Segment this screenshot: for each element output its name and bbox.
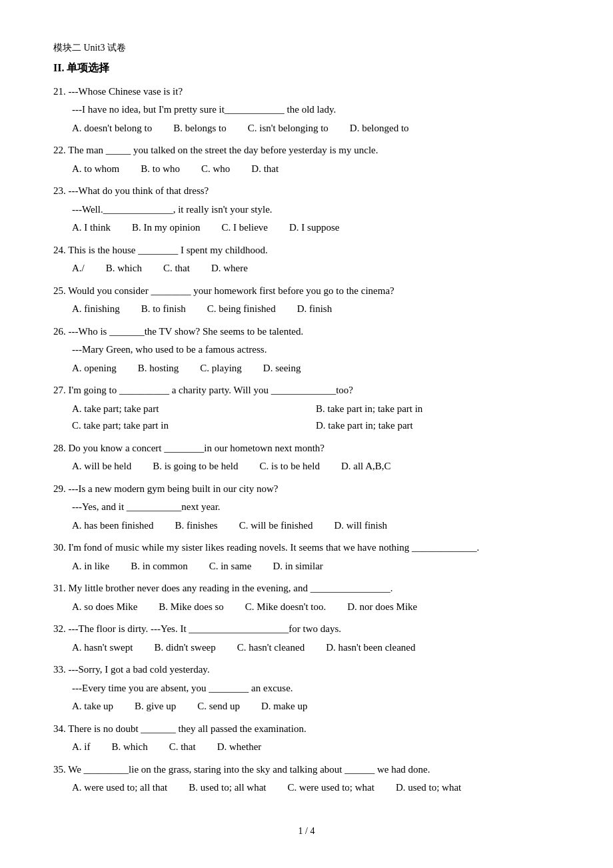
options-row-3: A. I thinkB. In my opinionC. I believeD.… bbox=[53, 219, 560, 237]
option-item: A. take part; take part bbox=[72, 401, 316, 418]
options-row-6: A. openingB. hostingC. playingD. seeing bbox=[53, 360, 560, 377]
question-main-5: 25. Would you consider ________ your hom… bbox=[53, 283, 560, 300]
option-item: D. all A,B,C bbox=[341, 458, 391, 475]
question-main-11: 31. My little brother never does any rea… bbox=[53, 580, 560, 597]
option-item: A. if bbox=[72, 739, 91, 756]
question-main-12: 32. ---The floor is dirty. ---Yes. It __… bbox=[53, 621, 560, 638]
question-block-8: 28. Do you know a concert ________in our… bbox=[53, 440, 560, 475]
question-block-5: 25. Would you consider ________ your hom… bbox=[53, 283, 560, 318]
question-sub-3: ---Well.______________, it really isn't … bbox=[53, 201, 560, 219]
option-item: D. seeing bbox=[263, 360, 301, 377]
option-item: A. take up bbox=[72, 698, 113, 715]
question-block-7: 27. I'm going to __________ a charity pa… bbox=[53, 382, 560, 435]
option-item: B. used to; all what bbox=[189, 779, 266, 797]
option-item: D. used to; what bbox=[396, 779, 461, 797]
question-block-14: 34. There is no doubt _______ they all p… bbox=[53, 721, 560, 756]
question-block-9: 29. ---Is a new modern gym being built i… bbox=[53, 481, 560, 535]
options-row-9: A. has been finishedB. finishesC. will b… bbox=[53, 517, 560, 535]
option-item: B. which bbox=[106, 260, 142, 277]
question-block-3: 23. ---What do you think of that dress?-… bbox=[53, 183, 560, 237]
options-row-8: A. will be heldB. is going to be heldC. … bbox=[53, 458, 560, 475]
question-main-10: 30. I'm fond of music while my sister li… bbox=[53, 539, 560, 557]
option-item: D. in similar bbox=[273, 558, 322, 575]
option-item: D. whether bbox=[217, 739, 262, 756]
option-item: A. finishing bbox=[72, 301, 120, 318]
option-item: D. finish bbox=[297, 301, 332, 318]
question-main-9: 29. ---Is a new modern gym being built i… bbox=[53, 481, 560, 498]
options-row-14: A. ifB. whichC. thatD. whether bbox=[53, 739, 560, 756]
option-item: A. in like bbox=[72, 558, 109, 575]
option-item: B. give up bbox=[135, 698, 176, 715]
option-item: A. so does Mike bbox=[72, 599, 137, 616]
question-main-8: 28. Do you know a concert ________in our… bbox=[53, 440, 560, 457]
option-item: D. that bbox=[251, 161, 279, 178]
options-row-5: A. finishingB. to finishC. being finishe… bbox=[53, 301, 560, 318]
section-title: II. 单项选择 bbox=[53, 59, 560, 77]
options-row-1: A. doesn't belong toB. belongs toC. isn'… bbox=[53, 120, 560, 137]
option-item: D. where bbox=[211, 260, 248, 277]
option-item: D. nor does Mike bbox=[347, 599, 417, 616]
option-item: D. will finish bbox=[334, 517, 387, 535]
option-item: B. belongs to bbox=[173, 120, 227, 137]
option-item: A./ bbox=[72, 260, 85, 277]
question-block-10: 30. I'm fond of music while my sister li… bbox=[53, 539, 560, 575]
question-sub-13: ---Every time you are absent, you ______… bbox=[53, 680, 560, 697]
question-main-7: 27. I'm going to __________ a charity pa… bbox=[53, 382, 560, 399]
option-item: B. In my opinion bbox=[132, 219, 201, 237]
question-main-6: 26. ---Who is _______the TV show? She se… bbox=[53, 323, 560, 341]
option-item: C. being finished bbox=[207, 301, 276, 318]
question-block-1: 21. ---Whose Chinese vase is it?---I hav… bbox=[53, 83, 560, 137]
option-item: D. hasn't been cleaned bbox=[326, 639, 415, 657]
question-main-13: 33. ---Sorry, I got a bad cold yesterday… bbox=[53, 661, 560, 679]
option-item: D. I suppose bbox=[289, 219, 339, 237]
option-item: A. were used to; all that bbox=[72, 779, 167, 797]
page-title: 模块二 Unit3 试卷 bbox=[53, 40, 560, 56]
question-sub-1: ---I have no idea, but I'm pretty sure i… bbox=[53, 101, 560, 119]
options-row-7: A. take part; take partB. take part in; … bbox=[53, 401, 560, 435]
option-item: D. take part in; take part bbox=[316, 417, 560, 435]
option-item: B. to finish bbox=[141, 301, 186, 318]
options-row-13: A. take upB. give upC. send upD. make up bbox=[53, 698, 560, 715]
option-item: C. in same bbox=[209, 558, 252, 575]
option-item: D. belonged to bbox=[350, 120, 409, 137]
question-sub-6: ---Mary Green, who used to be a famous a… bbox=[53, 341, 560, 359]
options-row-11: A. so does MikeB. Mike does soC. Mike do… bbox=[53, 599, 560, 616]
option-item: C. that bbox=[163, 260, 190, 277]
option-item: C. take part; take part in bbox=[72, 417, 316, 435]
question-main-1: 21. ---Whose Chinese vase is it? bbox=[53, 83, 560, 101]
option-item: C. will be finished bbox=[239, 517, 313, 535]
option-item: D. make up bbox=[261, 698, 308, 715]
option-item: C. that bbox=[169, 739, 196, 756]
options-row-12: A. hasn't sweptB. didn't sweepC. hasn't … bbox=[53, 639, 560, 657]
option-item: A. hasn't swept bbox=[72, 639, 133, 657]
option-item: B. in common bbox=[131, 558, 187, 575]
option-item: A. to whom bbox=[72, 161, 119, 178]
option-item: A. has been finished bbox=[72, 517, 153, 535]
options-row-15: A. were used to; all thatB. used to; all… bbox=[53, 779, 560, 797]
question-sub-9: ---Yes, and it ___________next year. bbox=[53, 499, 560, 516]
question-block-6: 26. ---Who is _______the TV show? She se… bbox=[53, 323, 560, 377]
question-block-2: 22. The man _____ you talked on the stre… bbox=[53, 142, 560, 177]
option-item: C. were used to; what bbox=[288, 779, 374, 797]
question-block-15: 35. We _________lie on the grass, starin… bbox=[53, 761, 560, 797]
option-item: B. to who bbox=[141, 161, 180, 178]
option-item: C. playing bbox=[200, 360, 242, 377]
option-item: B. hosting bbox=[138, 360, 179, 377]
question-block-11: 31. My little brother never does any rea… bbox=[53, 580, 560, 615]
option-item: C. Mike doesn't too. bbox=[245, 599, 326, 616]
page-number: 1 / 4 bbox=[299, 826, 315, 836]
option-item: B. is going to be held bbox=[153, 458, 238, 475]
option-item: C. is to be held bbox=[259, 458, 319, 475]
question-main-14: 34. There is no doubt _______ they all p… bbox=[53, 721, 560, 738]
option-item: C. send up bbox=[197, 698, 240, 715]
option-item: A. will be held bbox=[72, 458, 131, 475]
option-item: C. hasn't cleaned bbox=[237, 639, 305, 657]
question-main-2: 22. The man _____ you talked on the stre… bbox=[53, 142, 560, 159]
option-item: A. doesn't belong to bbox=[72, 120, 152, 137]
option-item: A. I think bbox=[72, 219, 111, 237]
option-item: B. Mike does so bbox=[159, 599, 224, 616]
options-row-2: A. to whomB. to whoC. whoD. that bbox=[53, 161, 560, 178]
option-item: B. take part in; take part in bbox=[316, 401, 560, 418]
option-item: B. which bbox=[112, 739, 148, 756]
option-item: A. opening bbox=[72, 360, 117, 377]
